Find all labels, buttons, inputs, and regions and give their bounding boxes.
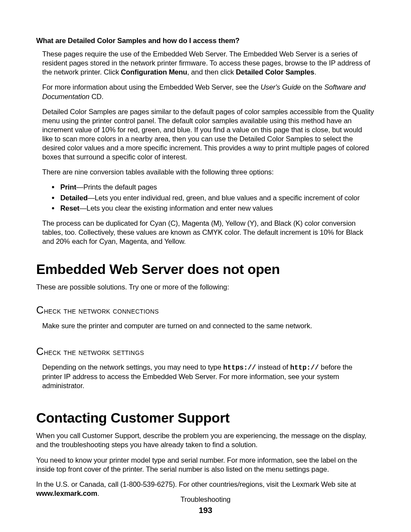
subsection-check-settings: Check the network settings	[36, 345, 374, 358]
list-term: Print	[60, 183, 76, 191]
faq-paragraph-3: Detailed Color Samples are pages similar…	[42, 107, 374, 162]
options-list: Print—Prints the default pages Detailed—…	[42, 183, 374, 212]
faq-paragraph-2: For more information about using the Emb…	[42, 83, 374, 101]
bold-term-detailed-color-samples: Detailed Color Samples	[236, 68, 314, 76]
text-run: For more information about using the Emb…	[42, 83, 261, 91]
footer-page-number: 193	[0, 505, 411, 516]
italic-term-users-guide: User's Guide	[261, 83, 301, 91]
list-desc: —Prints the default pages	[76, 183, 157, 191]
list-desc: —Lets you enter individual red, green, a…	[87, 194, 359, 202]
faq-paragraph-4: There are nine conversion tables availab…	[42, 168, 374, 177]
list-term: Reset	[60, 204, 79, 212]
dropcap: C	[36, 345, 44, 357]
text-run: , and then click	[187, 68, 236, 76]
text-run: on the	[301, 83, 324, 91]
list-item: Detailed—Lets you enter individual red, …	[42, 193, 374, 202]
list-desc: —Lets you clear the existing information…	[79, 204, 273, 212]
text-run: Depending on the network settings, you m…	[42, 363, 223, 371]
check-settings-body: Depending on the network settings, you m…	[42, 363, 374, 391]
faq-question: What are Detailed Color Samples and how …	[36, 36, 374, 45]
text-run: instead of	[256, 363, 290, 371]
text-run: .	[314, 68, 316, 76]
faq-paragraph-1: These pages require the use of the Embed…	[42, 50, 374, 77]
code-http: http://	[290, 364, 319, 372]
document-page: What are Detailed Color Samples and how …	[0, 0, 411, 532]
list-term: Detailed	[60, 194, 87, 202]
section-heading-contact: Contacting Customer Support	[36, 409, 374, 427]
text-run: In the U.S. or Canada, call (1-800-539-6…	[36, 480, 356, 488]
ews-lead-text: These are possible solutions. Try one or…	[36, 283, 374, 292]
check-connections-body: Make sure the printer and computer are t…	[42, 321, 374, 330]
subsection-rest: heck the network settings	[44, 347, 144, 357]
contact-paragraph-2: You need to know your printer model type…	[36, 456, 374, 474]
contact-paragraph-1: When you call Customer Support, describe…	[36, 431, 374, 449]
list-item: Print—Prints the default pages	[42, 183, 374, 192]
code-https: https://	[223, 364, 256, 372]
dropcap: C	[36, 304, 44, 316]
text-run: CD.	[90, 93, 104, 100]
section-heading-ews: Embedded Web Server does not open	[36, 261, 374, 278]
footer-section-title: Troubleshooting	[0, 495, 411, 504]
subsection-rest: heck the network connections	[44, 306, 159, 315]
list-item: Reset—Lets you clear the existing inform…	[42, 204, 374, 213]
subsection-check-connections: Check the network connections	[36, 304, 374, 317]
page-footer: Troubleshooting 193	[0, 495, 411, 516]
faq-paragraph-5: The process can be duplicated for Cyan (…	[42, 219, 374, 246]
bold-term-config-menu: Configuration Menu	[121, 68, 187, 76]
